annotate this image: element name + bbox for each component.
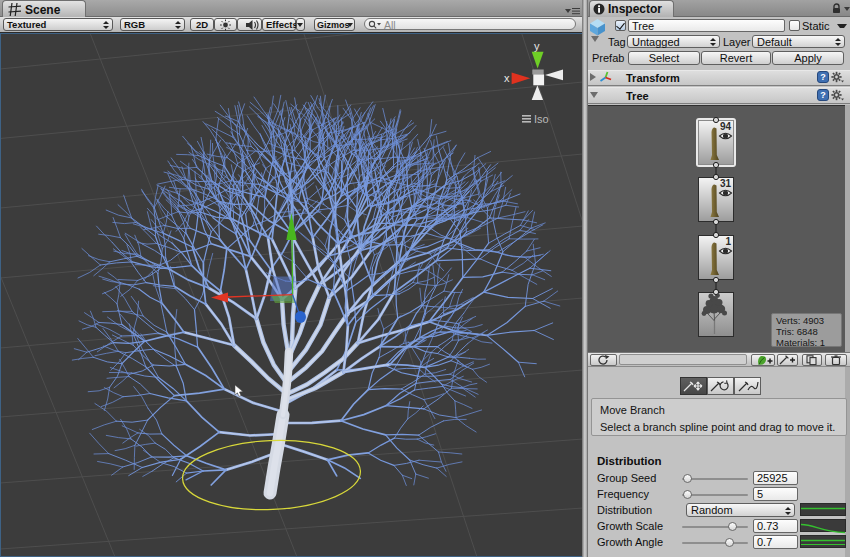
svg-text:94: 94 <box>720 121 732 132</box>
svg-text:?: ? <box>820 90 826 100</box>
svg-text:y: y <box>534 40 540 52</box>
svg-text:1: 1 <box>725 236 731 247</box>
svg-text:?: ? <box>820 72 826 82</box>
svg-text:Iso: Iso <box>534 113 549 125</box>
svg-text:x: x <box>504 72 510 84</box>
svg-text:31: 31 <box>720 178 732 189</box>
